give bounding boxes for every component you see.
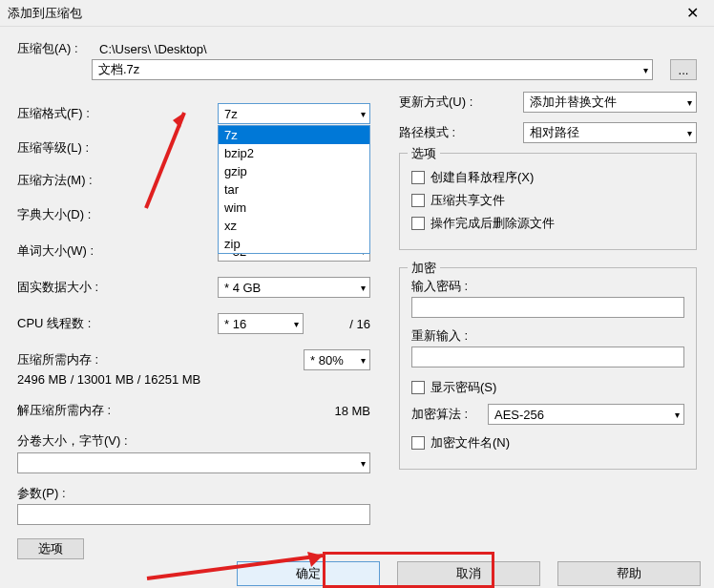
close-icon[interactable]: ✕ <box>679 4 706 22</box>
options-group-label: 选项 <box>408 145 440 162</box>
encrypt-names-checkbox-row[interactable]: 加密文件名(N) <box>411 434 684 452</box>
solid-combo[interactable]: * 4 GB ▾ <box>218 277 370 298</box>
checkbox-icon <box>411 194 425 207</box>
chevron-down-icon: ▾ <box>357 283 369 293</box>
checkbox-icon <box>411 171 425 184</box>
delete-checkbox-row[interactable]: 操作完成后删除源文件 <box>411 215 684 232</box>
solid-value: * 4 GB <box>224 281 261 295</box>
encrypt-names-label: 加密文件名(N) <box>430 434 510 452</box>
chevron-down-icon: ▾ <box>357 458 369 469</box>
update-mode-value: 添加并替换文件 <box>530 94 617 111</box>
mem-ratio-combo[interactable]: * 80% ▾ <box>304 349 370 370</box>
cpu-value: * 16 <box>224 317 246 331</box>
delete-label: 操作完成后删除源文件 <box>430 215 555 232</box>
cpu-suffix: / 16 <box>304 317 370 331</box>
mem-decompress-value: 18 MB <box>334 404 370 418</box>
path-mode-value: 相对路径 <box>530 124 579 141</box>
ok-button[interactable]: 确定 <box>237 561 380 586</box>
format-dropdown: 7z bzip2 gzip tar wim xz zip <box>218 125 370 254</box>
cpu-combo[interactable]: * 16 ▾ <box>218 313 304 334</box>
repwd-label: 重新输入 : <box>411 327 684 345</box>
update-mode-combo[interactable]: 添加并替换文件 ▾ <box>523 92 697 113</box>
format-option-xz[interactable]: xz <box>219 217 369 235</box>
params-input[interactable] <box>17 504 370 525</box>
shared-label: 压缩共享文件 <box>430 192 505 209</box>
sfx-label: 创建自释放程序(X) <box>430 169 534 186</box>
path-mode-label: 路径模式 : <box>399 124 523 141</box>
format-option-gzip[interactable]: gzip <box>219 162 369 180</box>
split-combo[interactable]: ▾ <box>17 452 370 473</box>
chevron-down-icon: ▾ <box>357 109 369 119</box>
format-option-7z[interactable]: 7z <box>219 126 369 144</box>
checkbox-icon <box>411 217 425 230</box>
algo-label: 加密算法 : <box>411 406 488 423</box>
checkbox-icon <box>411 381 425 394</box>
word-label: 单词大小(W) : <box>17 242 218 260</box>
split-label: 分卷大小，字节(V) : <box>17 432 370 450</box>
dict-label: 字典大小(D) : <box>17 206 218 223</box>
archive-label: 压缩包(A) : <box>17 40 92 57</box>
show-pwd-checkbox-row[interactable]: 显示密码(S) <box>411 379 684 396</box>
format-option-tar[interactable]: tar <box>219 180 369 199</box>
chevron-down-icon: ▾ <box>640 65 652 75</box>
format-combo[interactable]: 7z ▾ 7z bzip2 gzip tar wim xz zip <box>218 103 370 124</box>
cpu-label: CPU 线程数 : <box>17 315 218 332</box>
shared-checkbox-row[interactable]: 压缩共享文件 <box>411 192 684 209</box>
chevron-down-icon: ▾ <box>683 97 696 108</box>
algo-combo[interactable]: AES-256 ▾ <box>488 404 684 425</box>
chevron-down-icon: ▾ <box>357 355 369 366</box>
archive-path: C:\Users\ \Desktop\ <box>99 42 207 56</box>
chevron-down-icon: ▾ <box>671 410 683 420</box>
chevron-down-icon: ▾ <box>683 128 696 138</box>
mem-decompress-label: 解压缩所需内存 : <box>17 402 334 419</box>
repwd-input[interactable] <box>411 346 684 368</box>
format-option-wim[interactable]: wim <box>219 199 369 217</box>
path-mode-combo[interactable]: 相对路径 ▾ <box>523 122 697 143</box>
pwd-input[interactable] <box>411 297 684 318</box>
format-option-zip[interactable]: zip <box>219 235 369 253</box>
update-mode-label: 更新方式(U) : <box>399 94 523 111</box>
show-pwd-label: 显示密码(S) <box>430 379 496 396</box>
chevron-down-icon: ▾ <box>290 319 303 329</box>
dialog-title: 添加到压缩包 <box>8 5 82 22</box>
checkbox-icon <box>411 436 425 450</box>
params-label: 参数(P) : <box>17 485 370 502</box>
options-button[interactable]: 选项 <box>17 538 84 559</box>
mem-ratio-value: * 80% <box>310 353 344 368</box>
format-value: 7z <box>224 107 238 121</box>
help-button[interactable]: 帮助 <box>557 561 701 586</box>
solid-label: 固实数据大小 : <box>17 279 218 296</box>
format-option-bzip2[interactable]: bzip2 <box>219 144 369 162</box>
encrypt-group-label: 加密 <box>408 260 440 277</box>
cancel-button[interactable]: 取消 <box>397 561 540 586</box>
archive-filename-combo[interactable]: 文档.7z ▾ <box>92 59 653 80</box>
format-label: 压缩格式(F) : <box>17 105 218 122</box>
pwd-label: 输入密码 : <box>411 278 684 295</box>
sfx-checkbox-row[interactable]: 创建自释放程序(X) <box>411 169 684 186</box>
algo-value: AES-256 <box>494 408 544 422</box>
mem-compress-value: 2496 MB / 13001 MB / 16251 MB <box>17 372 370 387</box>
archive-filename: 文档.7z <box>98 61 139 78</box>
browse-button[interactable]: ... <box>670 59 697 80</box>
mem-compress-label: 压缩所需内存 : <box>17 351 304 368</box>
